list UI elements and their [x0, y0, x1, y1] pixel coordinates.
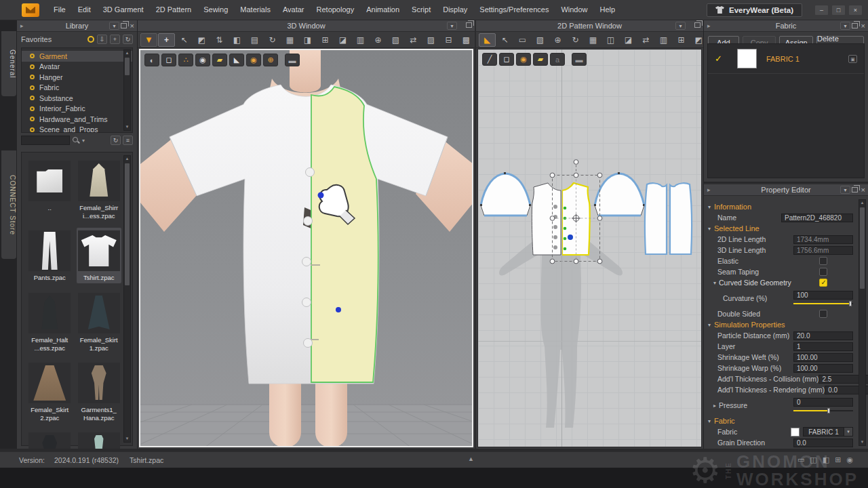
pin-point[interactable] [336, 307, 341, 312]
tool-button-13[interactable]: ▧ [387, 33, 404, 47]
2d-window-title-bar[interactable]: 2D Pattern Window ▾ [476, 20, 703, 32]
2d-tool-button-8[interactable]: ◪ [620, 33, 637, 47]
minimize-button[interactable]: – [814, 5, 829, 16]
tool-button-7[interactable]: ▦ [281, 33, 298, 47]
library-thumb-pants[interactable]: Pants.zpac [27, 228, 73, 283]
double-sided-checkbox[interactable] [819, 310, 827, 318]
layer-input[interactable] [793, 342, 853, 351]
collapse-caret-icon[interactable]: ▾ [713, 280, 716, 286]
3d-window-dropdown-icon[interactable]: ▾ [447, 22, 457, 30]
menu-item-file[interactable]: File [47, 0, 72, 20]
menu-item-window[interactable]: Window [555, 0, 593, 20]
scroll-up-icon[interactable]: ▲ [859, 200, 865, 206]
tool-button-6[interactable]: ↻ [264, 33, 281, 47]
pattern-piece-back-right[interactable] [670, 183, 692, 254]
add-folder-icon[interactable]: + [110, 35, 120, 44]
chevron-down-icon[interactable]: ▾ [844, 428, 852, 436]
tool-button-5[interactable]: ▤ [246, 33, 263, 47]
fabric-list-item[interactable]: ▾ ✓ FABRIC 1 ▣ [708, 44, 864, 74]
library-thumb-female-shirred-dress[interactable]: Female_Shirri...ess.zpac [77, 158, 122, 221]
library-thumb-female-skirt-1[interactable]: Female_Skirt1.zpac [77, 290, 122, 353]
favorites-filter-icon[interactable] [87, 36, 94, 43]
menu-item-sewing[interactable]: Sewing [197, 0, 234, 20]
pattern-piece-sleeve-left[interactable] [480, 172, 531, 216]
close-panel-icon[interactable]: × [861, 186, 865, 193]
2d-tool-button-4[interactable]: ⊕ [549, 33, 566, 47]
show-pressure-icon[interactable]: ◣ [229, 54, 244, 66]
ruler-icon[interactable]: ▬ [285, 54, 300, 66]
layout-quad-icon[interactable]: ⊞ [835, 455, 841, 464]
show-mannequin-icon[interactable]: ◉ [195, 54, 210, 66]
library-thumb-parent-folder[interactable]: .. [27, 158, 73, 221]
show-stitches-icon[interactable]: ∴ [178, 54, 193, 66]
fabric-title-bar[interactable]: ▸ Fabric ▾ × [704, 20, 868, 32]
download-icon[interactable]: ⇩ [97, 35, 107, 44]
elastic-checkbox[interactable] [819, 257, 827, 265]
curvature-slider[interactable] [793, 301, 853, 306]
sidebar-item-substance[interactable]: Substance [22, 93, 132, 104]
show-pattern-icon[interactable]: ◻ [499, 53, 514, 66]
slider-handle[interactable] [827, 408, 830, 413]
tool-button-11[interactable]: ▥ [352, 33, 369, 47]
3d-viewport[interactable]: ◐ ◻ ∴ ◉ ▰ ◣ ◉ ⊕ ▬ [139, 49, 473, 447]
pattern-piece-sleeve-right[interactable] [594, 172, 645, 216]
library-thumb-garments1-hana[interactable]: Garments1_Hana.zpac [77, 360, 122, 423]
sidebar-item-interior-fabric[interactable]: Interior_Fabric [22, 104, 132, 115]
tool-button-10[interactable]: ◪ [334, 33, 351, 47]
ruler-icon[interactable]: ▬ [572, 53, 587, 66]
scroll-down-icon[interactable]: ▼ [124, 124, 130, 130]
tool-button-17[interactable]: ▩ [458, 33, 475, 47]
menu-item-materials[interactable]: Materials [234, 0, 277, 20]
show-garment-icon[interactable]: ◻ [161, 54, 176, 66]
tool-button-3[interactable]: ⇅ [211, 33, 228, 47]
scrollbar-thumb[interactable] [860, 207, 865, 289]
float-window-icon[interactable] [121, 23, 127, 28]
scrollbar-thumb[interactable] [125, 163, 130, 285]
2d-tool-button-1[interactable]: ↖ [496, 33, 513, 47]
fabric-dropdown-icon[interactable]: ▾ [840, 22, 850, 30]
library-title-bar[interactable]: ▸ Library ▾ × [17, 20, 137, 32]
show-avatar-icon[interactable]: ◐ [144, 54, 159, 66]
tool-button-9[interactable]: ⊞ [317, 33, 334, 47]
tool-button-1[interactable]: ↖ [176, 33, 193, 47]
2d-tool-button-7[interactable]: ◫ [602, 33, 619, 47]
curvature-input[interactable] [793, 291, 853, 300]
menu-item-display[interactable]: Display [437, 0, 473, 20]
float-window-icon[interactable] [694, 22, 701, 28]
tool-button-14[interactable]: ⇄ [405, 33, 422, 47]
annotation-icon[interactable]: a [550, 53, 565, 66]
sidebar-item-scene-and-props[interactable]: Scene_and_Props [22, 125, 132, 134]
tool-button-15[interactable]: ▨ [422, 33, 439, 47]
2d-tool-button-9[interactable]: ⇄ [637, 33, 654, 47]
menu-item-2d-pattern[interactable]: 2D Pattern [150, 0, 198, 20]
library-thumb-female-skirt-2[interactable]: Female_Skirt2.zpac [27, 360, 73, 423]
everywear-button[interactable]: EveryWear (Beta) [707, 3, 802, 17]
shirt-3d[interactable] [170, 85, 448, 384]
fabric-swatch[interactable] [737, 49, 757, 68]
tool-button-12[interactable]: ⊕ [370, 33, 387, 47]
section-fabric[interactable]: ▾ Fabric [708, 415, 853, 426]
sidebar-item-hanger[interactable]: Hanger [22, 72, 132, 83]
property-editor-scrollbar[interactable]: ▲ ▼ [859, 199, 866, 446]
search-icon[interactable] [72, 136, 80, 144]
2d-viewport[interactable]: ╱ ◻ ◉ ▰ a ▬ [477, 49, 702, 447]
scrollbar-thumb[interactable] [125, 58, 130, 75]
select-move-tool-button[interactable]: + [158, 33, 175, 47]
pattern-info-icon[interactable]: ◉ [516, 53, 531, 66]
animation-panel-expander[interactable]: ▲ [468, 455, 474, 462]
particle-distance-input[interactable] [793, 331, 853, 340]
app-logo-icon[interactable] [22, 3, 39, 17]
menu-item-help[interactable]: Help [594, 0, 622, 20]
slider-handle[interactable] [849, 301, 852, 306]
section-information[interactable]: ▾ Information [708, 201, 853, 212]
layout-single-icon[interactable]: ▭ [797, 455, 804, 464]
view-mode-icon[interactable]: ≡ [123, 136, 133, 145]
float-window-icon[interactable] [466, 22, 472, 28]
scroll-down-icon[interactable]: ▼ [124, 436, 130, 442]
close-button[interactable]: × [848, 5, 863, 16]
simulate-button[interactable]: ▼ [140, 33, 157, 47]
sidebar-item-hardware-and-trims[interactable]: Hardware_and_Trims [22, 114, 132, 125]
show-skin-icon[interactable]: ◉ [246, 54, 261, 66]
2d-tool-button-2[interactable]: ▭ [514, 33, 531, 47]
2d-tool-button-6[interactable]: ▦ [585, 33, 601, 47]
